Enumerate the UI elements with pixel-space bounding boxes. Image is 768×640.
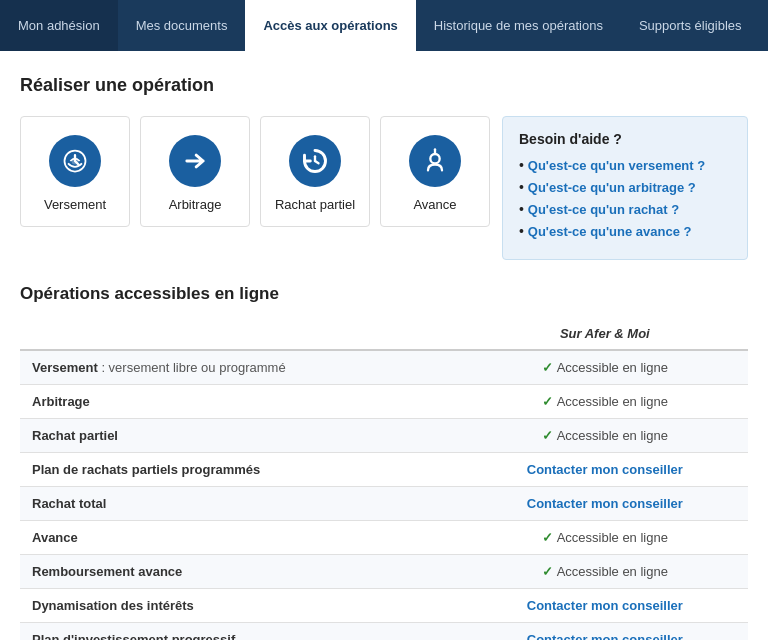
contact-link[interactable]: Contacter mon conseiller: [527, 496, 683, 511]
operation-status[interactable]: Contacter mon conseiller: [462, 487, 748, 521]
operation-status: ✓Accessible en ligne: [462, 385, 748, 419]
operation-status[interactable]: Contacter mon conseiller: [462, 589, 748, 623]
main-content: Réaliser une opération VersementArbitrag…: [0, 51, 768, 640]
operation-name: Plan de rachats partiels programmés: [20, 453, 462, 487]
table-row: Versement : versement libre ou programmé…: [20, 350, 748, 385]
operations-row: VersementArbitrageRachat partielAvance B…: [20, 116, 748, 260]
operation-status[interactable]: Contacter mon conseiller: [462, 453, 748, 487]
table-row: Plan de rachats partiels programmésConta…: [20, 453, 748, 487]
help-link[interactable]: Qu'est-ce qu'un versement ?: [528, 158, 705, 173]
nav-item-historique[interactable]: Historique de mes opérations: [416, 0, 621, 51]
help-links: Qu'est-ce qu'un versement ?Qu'est-ce qu'…: [519, 157, 731, 239]
card-label-arbitrage: Arbitrage: [169, 197, 222, 212]
table-row: Avance✓Accessible en ligne: [20, 521, 748, 555]
help-link[interactable]: Qu'est-ce qu'une avance ?: [528, 224, 692, 239]
operation-name: Dynamisation des intérêts: [20, 589, 462, 623]
versement-icon: [49, 135, 101, 187]
table-row: Dynamisation des intérêtsContacter mon c…: [20, 589, 748, 623]
card-label-rachat-partiel: Rachat partiel: [275, 197, 355, 212]
section1-title: Réaliser une opération: [20, 75, 748, 96]
table-row: Arbitrage✓Accessible en ligne: [20, 385, 748, 419]
avance-icon: [409, 135, 461, 187]
table-row: Rachat partiel✓Accessible en ligne: [20, 419, 748, 453]
card-label-avance: Avance: [413, 197, 456, 212]
main-nav: Mon adhésionMes documentsAccès aux opéra…: [0, 0, 768, 51]
table-body: Versement : versement libre ou programmé…: [20, 350, 748, 640]
svg-line-4: [315, 161, 319, 163]
help-link[interactable]: Qu'est-ce qu'un rachat ?: [528, 202, 679, 217]
table-row: Plan d'investissement progressifContacte…: [20, 623, 748, 641]
nav-item-operations[interactable]: Accès aux opérations: [245, 0, 415, 51]
contact-link[interactable]: Contacter mon conseiller: [527, 462, 683, 477]
help-link-item: Qu'est-ce qu'un rachat ?: [519, 201, 731, 217]
card-label-versement: Versement: [44, 197, 106, 212]
card-avance[interactable]: Avance: [380, 116, 490, 227]
contact-link[interactable]: Contacter mon conseiller: [527, 598, 683, 613]
help-link-item: Qu'est-ce qu'une avance ?: [519, 223, 731, 239]
section2-title: Opérations accessibles en ligne: [20, 284, 748, 304]
operation-name: Arbitrage: [20, 385, 462, 419]
operation-name: Rachat total: [20, 487, 462, 521]
svg-point-5: [430, 154, 439, 163]
operation-name: Rachat partiel: [20, 419, 462, 453]
help-link-item: Qu'est-ce qu'un versement ?: [519, 157, 731, 173]
operation-name: Remboursement avance: [20, 555, 462, 589]
card-rachat-partiel[interactable]: Rachat partiel: [260, 116, 370, 227]
operation-status: ✓Accessible en ligne: [462, 350, 748, 385]
rachat-icon: [289, 135, 341, 187]
help-link[interactable]: Qu'est-ce qu'un arbitrage ?: [528, 180, 696, 195]
nav-item-documents[interactable]: Mes documents: [118, 0, 246, 51]
operation-status: ✓Accessible en ligne: [462, 419, 748, 453]
col-platform: Sur Afer & Moi: [462, 318, 748, 350]
card-arbitrage[interactable]: Arbitrage: [140, 116, 250, 227]
operation-name: Plan d'investissement progressif: [20, 623, 462, 641]
help-link-item: Qu'est-ce qu'un arbitrage ?: [519, 179, 731, 195]
card-versement[interactable]: Versement: [20, 116, 130, 227]
operation-name: Avance: [20, 521, 462, 555]
table-row: Remboursement avance✓Accessible en ligne: [20, 555, 748, 589]
nav-item-supports[interactable]: Supports éligibles: [621, 0, 760, 51]
nav-item-adhesion[interactable]: Mon adhésion: [0, 0, 118, 51]
operation-status: ✓Accessible en ligne: [462, 555, 748, 589]
cards-group: VersementArbitrageRachat partielAvance: [20, 116, 490, 227]
operation-status: ✓Accessible en ligne: [462, 521, 748, 555]
arbitrage-icon: [169, 135, 221, 187]
table-row: Rachat totalContacter mon conseiller: [20, 487, 748, 521]
help-box: Besoin d'aide ? Qu'est-ce qu'un versemen…: [502, 116, 748, 260]
col-operation: [20, 318, 462, 350]
contact-link[interactable]: Contacter mon conseiller: [527, 632, 683, 640]
operations-table: Sur Afer & Moi Versement : versement lib…: [20, 318, 748, 640]
operation-name: Versement : versement libre ou programmé: [20, 350, 462, 385]
help-title: Besoin d'aide ?: [519, 131, 731, 147]
operation-status[interactable]: Contacter mon conseiller: [462, 623, 748, 641]
